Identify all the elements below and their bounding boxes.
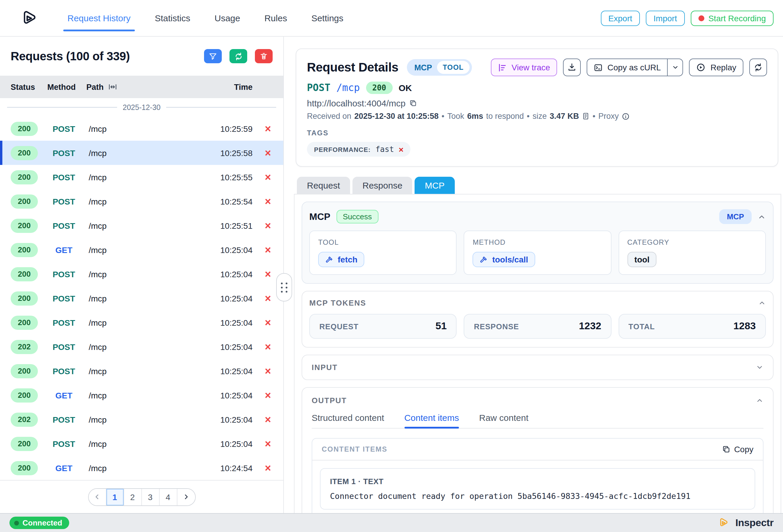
table-row[interactable]: 200POST/mcp10:25:04×: [0, 262, 283, 286]
table-row[interactable]: 200GET/mcp10:25:04×: [0, 383, 283, 407]
row-time: 10:25:04: [203, 269, 253, 279]
download-button[interactable]: [563, 59, 581, 76]
refresh-details-button[interactable]: [749, 59, 767, 76]
output-tabs: Structured contentContent itemsRaw conte…: [312, 412, 763, 429]
chevron-up-icon[interactable]: [758, 212, 766, 221]
field-tool: TOOLfetch: [309, 231, 457, 275]
delete-row-icon[interactable]: ×: [264, 389, 271, 401]
delete-row-icon[interactable]: ×: [264, 244, 271, 256]
row-method: POST: [44, 366, 84, 376]
row-method: POST: [44, 197, 84, 206]
pagination-page-3[interactable]: 3: [142, 489, 159, 505]
table-row[interactable]: 200GET/mcp10:24:54×: [0, 456, 283, 480]
table-row[interactable]: 200POST/mcp10:25:04×: [0, 359, 283, 383]
row-method: GET: [44, 391, 84, 400]
import-button[interactable]: Import: [646, 10, 685, 26]
delete-all-button[interactable]: [255, 49, 273, 63]
table-row[interactable]: 202POST/mcp10:25:04×: [0, 407, 283, 432]
table-row[interactable]: 200POST/mcp10:25:04×: [0, 432, 283, 456]
date-divider: 2025-12-30: [0, 98, 283, 117]
row-path: /mcp: [84, 439, 203, 448]
delete-row-icon[interactable]: ×: [264, 195, 271, 207]
chevron-left-icon: [93, 493, 101, 501]
brand: Inspectr: [718, 517, 774, 529]
mcp-tool-badge: MCP TOOL: [407, 59, 472, 76]
table-row[interactable]: 200POST/mcp10:25:04×: [0, 286, 283, 310]
status-badge: 200: [11, 194, 38, 208]
remove-tag-icon[interactable]: ×: [399, 145, 403, 154]
row-method: POST: [44, 415, 84, 424]
table-row[interactable]: 200POST/mcp10:25:59×: [0, 117, 283, 141]
delete-row-icon[interactable]: ×: [264, 462, 271, 474]
delete-row-icon[interactable]: ×: [264, 413, 271, 425]
delete-row-icon[interactable]: ×: [264, 365, 271, 377]
summary-path: /mcp: [337, 82, 360, 93]
filter-button[interactable]: [204, 49, 222, 63]
pagination-next-button[interactable]: [177, 489, 195, 505]
token-stat-request: REQUEST51: [309, 314, 457, 339]
row-path: /mcp: [84, 172, 203, 182]
field-value-badge[interactable]: fetch: [318, 252, 365, 267]
delete-row-icon[interactable]: ×: [264, 171, 271, 183]
export-button[interactable]: Export: [600, 10, 640, 26]
delete-row-icon[interactable]: ×: [264, 317, 271, 328]
delete-row-icon[interactable]: ×: [264, 147, 271, 159]
row-path: /mcp: [84, 318, 203, 327]
col-time: Time: [203, 82, 253, 91]
input-section[interactable]: INPUT: [302, 355, 774, 380]
nav-tab-settings[interactable]: Settings: [311, 0, 343, 36]
chevron-up-icon[interactable]: [756, 397, 763, 404]
column-resize-icon[interactable]: [108, 84, 117, 91]
field-value-badge[interactable]: tools/call: [473, 252, 535, 267]
delete-row-icon[interactable]: ×: [264, 220, 271, 231]
tab-request[interactable]: Request: [297, 177, 350, 194]
nav-tab-statistics[interactable]: Statistics: [155, 0, 190, 36]
pagination-page-1[interactable]: 1: [106, 489, 124, 505]
start-recording-button[interactable]: Start Recording: [690, 10, 774, 26]
view-trace-button[interactable]: View trace: [491, 59, 557, 76]
delete-row-icon[interactable]: ×: [264, 268, 271, 280]
tab-mcp[interactable]: MCP: [415, 177, 455, 194]
chevron-up-icon[interactable]: [758, 299, 766, 307]
connection-status-badge: Connected: [9, 517, 69, 529]
tokens-label: MCP TOKENS: [309, 299, 366, 307]
replay-button[interactable]: Replay: [689, 59, 743, 76]
copy-content-button[interactable]: Copy: [722, 444, 753, 454]
nav-tab-usage[interactable]: Usage: [214, 0, 240, 36]
table-row[interactable]: 200POST/mcp10:25:58×: [0, 141, 283, 165]
info-icon[interactable]: [622, 112, 630, 120]
chevron-down-icon: [672, 64, 679, 71]
mcp-tab-panel: MCP Success MCP TOOLfetchMETHODtools/cal…: [294, 194, 781, 513]
copy-curl-dropdown-button[interactable]: [667, 59, 683, 76]
delete-row-icon[interactable]: ×: [264, 341, 271, 353]
pagination-page-2[interactable]: 2: [124, 489, 142, 505]
tab-response[interactable]: Response: [352, 177, 412, 194]
copy-url-icon[interactable]: [409, 99, 417, 107]
output-tab-raw-content[interactable]: Raw content: [479, 412, 528, 428]
refresh-button[interactable]: [229, 49, 247, 63]
pagination-prev-button[interactable]: [88, 489, 106, 505]
delete-row-icon[interactable]: ×: [264, 438, 271, 450]
document-icon[interactable]: [582, 112, 590, 120]
table-row[interactable]: 200POST/mcp10:25:51×: [0, 213, 283, 238]
table-row[interactable]: 200POST/mcp10:25:55×: [0, 165, 283, 189]
nav-tab-rules[interactable]: Rules: [264, 0, 287, 36]
field-label: CATEGORY: [627, 238, 757, 246]
field-value-badge[interactable]: tool: [627, 252, 656, 267]
output-tab-content-items[interactable]: Content items: [404, 412, 459, 428]
table-row[interactable]: 202POST/mcp10:25:04×: [0, 335, 283, 359]
delete-row-icon[interactable]: ×: [264, 292, 271, 304]
delete-row-icon[interactable]: ×: [264, 123, 271, 134]
panel-drag-handle[interactable]: [276, 273, 292, 301]
row-time: 10:25:58: [203, 148, 253, 158]
copy-as-curl-button[interactable]: Copy as cURL: [587, 59, 667, 76]
table-row[interactable]: 200POST/mcp10:25:04×: [0, 310, 283, 335]
table-row[interactable]: 200GET/mcp10:25:04×: [0, 238, 283, 262]
nav-tab-request-history[interactable]: Request History: [67, 0, 130, 36]
table-row[interactable]: 200POST/mcp10:25:54×: [0, 189, 283, 213]
output-tab-structured-content[interactable]: Structured content: [312, 412, 384, 428]
chevron-down-icon[interactable]: [756, 364, 763, 371]
pagination-page-4[interactable]: 4: [159, 489, 177, 505]
row-time: 10:25:04: [203, 415, 253, 424]
details-panel: Request Details MCP TOOL View trace: [284, 37, 783, 513]
